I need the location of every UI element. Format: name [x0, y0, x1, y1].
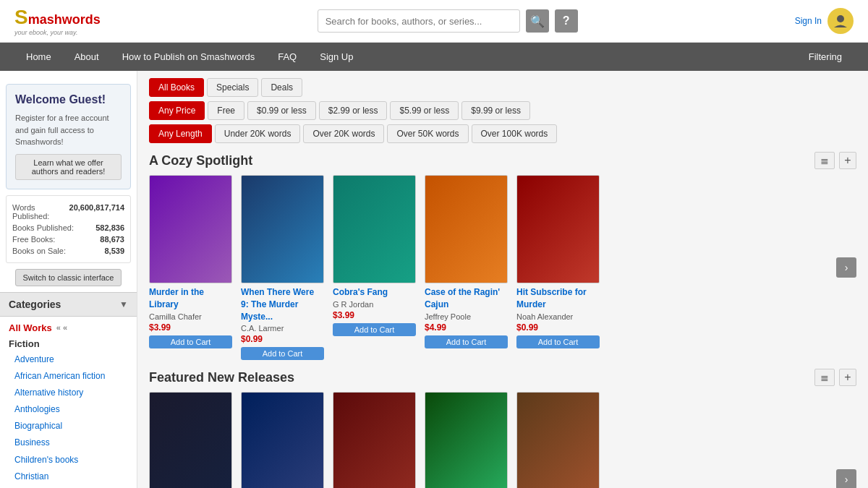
- book-title-link-4[interactable]: Hit Subscribe for Murder: [516, 286, 600, 311]
- stat-words-published: Words Published: 20,600,817,714: [12, 202, 124, 222]
- add-featured-button[interactable]: +: [839, 369, 856, 386]
- featured-book-1: Three Killer Tales Add to Cart: [241, 392, 324, 488]
- learn-button[interactable]: Learn what we offer authors and readers!: [15, 154, 122, 180]
- sidebar-item-anthologies[interactable]: Anthologies: [0, 401, 137, 418]
- section-controls-cozy: ≣ +: [814, 152, 856, 169]
- cat-section-all-works: All Works « « Fiction Adventure African …: [0, 317, 137, 489]
- stat-free-books: Free Books: 88,673: [12, 234, 124, 245]
- book-title-link-1[interactable]: When There Were 9: The Murder Myste...: [241, 286, 324, 322]
- sidebar-item-alternative-history[interactable]: Alternative history: [0, 385, 137, 401]
- stat-label-books: Books Published:: [12, 223, 74, 232]
- smashwords-logo: S mash words your ebook, your way.: [14, 6, 101, 36]
- double-chevron-icon: « «: [56, 323, 67, 332]
- logo: S mash words your ebook, your way.: [14, 6, 101, 36]
- welcome-box: Welcome Guest! Register for a free accou…: [6, 84, 131, 189]
- stat-books-sale: Books on Sale: 8,539: [12, 245, 124, 257]
- cozy-book-2: Cobra's Fang G R Jordan $3.99 Add to Car…: [333, 175, 416, 360]
- filter-over-50k[interactable]: Over 50K words: [387, 124, 468, 143]
- book-price-2: $3.99: [333, 310, 416, 320]
- add-cozy-button[interactable]: +: [839, 152, 856, 169]
- featured-book-0: Acceleration Add to Cart: [149, 392, 232, 488]
- featured-book-3: Jeanbieau and the Pumpkin Princess of Il…: [425, 392, 508, 488]
- filtering-button[interactable]: Filtering: [797, 43, 854, 71]
- book-cover-1: [241, 175, 324, 283]
- search-button[interactable]: 🔍: [526, 9, 549, 33]
- stat-label-free: Free Books:: [12, 235, 55, 244]
- nav-links-container: Home About How to Publish on Smashwords …: [14, 43, 365, 71]
- list-view-button-featured[interactable]: ≣: [814, 369, 835, 386]
- carousel-next-featured[interactable]: ›: [836, 469, 856, 488]
- filter-over-100k[interactable]: Over 100K words: [472, 124, 558, 143]
- featured-book-cover-1: [241, 392, 324, 488]
- featured-books-grid: Acceleration Add to Cart Three Killer Ta…: [149, 392, 832, 488]
- section-controls-featured: ≣ +: [814, 369, 856, 386]
- logo-words-text: words: [62, 12, 101, 27]
- list-view-button-cozy[interactable]: ≣: [814, 152, 835, 169]
- filter-under-20k[interactable]: Under 20K words: [215, 124, 301, 143]
- book-cover-3: [425, 175, 508, 283]
- filter-299[interactable]: $2.99 or less: [319, 101, 388, 120]
- nav-faq[interactable]: FAQ: [266, 43, 308, 71]
- book-title-link-3[interactable]: Case of the Ragin' Cajun: [425, 286, 508, 311]
- sign-in-link[interactable]: Sign In: [795, 16, 822, 26]
- categories-title: Categories: [9, 299, 61, 310]
- add-cart-button-4[interactable]: Add to Cart: [516, 335, 600, 348]
- all-works-label[interactable]: All Works « «: [0, 320, 137, 336]
- welcome-text: Register for a free account and gain ful…: [15, 112, 122, 148]
- price-filter-row: Any Price Free $0.99 or less $2.99 or le…: [149, 101, 856, 120]
- user-avatar[interactable]: [827, 8, 854, 34]
- filter-specials[interactable]: Specials: [207, 78, 258, 97]
- nav-home[interactable]: Home: [14, 43, 63, 71]
- filter-all-books[interactable]: All Books: [149, 78, 204, 97]
- add-cart-button-3[interactable]: Add to Cart: [425, 335, 508, 348]
- featured-releases-title: Featured New Releases: [149, 370, 294, 385]
- filter-deals[interactable]: Deals: [261, 78, 302, 97]
- featured-book-4: Magic in the Mud Show Nick Wisseman Add …: [516, 392, 600, 488]
- sidebar-item-adventure[interactable]: Adventure: [0, 351, 137, 368]
- nav-signup[interactable]: Sign Up: [308, 43, 365, 71]
- nav-about[interactable]: About: [63, 43, 111, 71]
- main-layout: Welcome Guest! Register for a free accou…: [0, 71, 868, 488]
- sidebar-item-childrens[interactable]: Children's books: [0, 452, 137, 468]
- main-content: All Books Specials Deals Any Price Free …: [137, 71, 868, 488]
- featured-releases-header: Featured New Releases ≣ +: [149, 369, 856, 386]
- help-button[interactable]: ?: [555, 9, 578, 33]
- svg-point-0: [837, 15, 844, 22]
- filter-any-length[interactable]: Any Length: [149, 124, 212, 143]
- book-title-link-0[interactable]: Murder in the Library: [149, 286, 232, 311]
- filter-any-price[interactable]: Any Price: [149, 101, 205, 120]
- filter-over-20k[interactable]: Over 20K words: [303, 124, 384, 143]
- cozy-books-grid: Murder in the Library Camilla Chafer $3.…: [149, 175, 832, 360]
- logo-tagline: your ebook, your way.: [14, 29, 101, 36]
- cozy-book-4: Hit Subscribe for Murder Noah Alexander …: [516, 175, 600, 360]
- book-cover-2: [333, 175, 416, 283]
- nav-publish[interactable]: How to Publish on Smashwords: [111, 43, 267, 71]
- stats-box: Words Published: 20,600,817,714 Books Pu…: [6, 195, 131, 263]
- filter-599[interactable]: $5.99 or less: [390, 101, 459, 120]
- search-input[interactable]: [318, 9, 520, 33]
- add-cart-button-1[interactable]: Add to Cart: [241, 347, 324, 360]
- sidebar-item-christian[interactable]: Christian: [0, 468, 137, 485]
- filter-999[interactable]: $9.99 or less: [461, 101, 530, 120]
- filter-free[interactable]: Free: [208, 101, 244, 120]
- sidebar-item-classics[interactable]: Classics: [0, 485, 137, 488]
- switch-interface-button[interactable]: Switch to classic interface: [15, 269, 122, 286]
- featured-book-cover-2: [333, 392, 416, 488]
- book-title-link-2[interactable]: Cobra's Fang: [333, 286, 416, 299]
- stat-value-sale: 8,539: [104, 247, 124, 255]
- stat-label-sale: Books on Sale:: [12, 247, 66, 255]
- book-price-4: $0.99: [516, 322, 600, 333]
- add-cart-button-2[interactable]: Add to Cart: [333, 323, 416, 336]
- categories-header[interactable]: Categories ▼: [0, 292, 137, 317]
- book-cover-4: [516, 175, 600, 283]
- filter-099[interactable]: $0.99 or less: [247, 101, 316, 120]
- sidebar-item-african-american[interactable]: African American fiction: [0, 368, 137, 385]
- welcome-title: Welcome Guest!: [15, 93, 122, 106]
- collapse-icon: ▼: [119, 299, 128, 309]
- user-icon: [833, 13, 848, 29]
- carousel-next-cozy[interactable]: ›: [836, 257, 856, 278]
- add-cart-button-0[interactable]: Add to Cart: [149, 335, 232, 348]
- sidebar-item-business[interactable]: Business: [0, 435, 137, 451]
- search-area: 🔍 ?: [318, 9, 578, 33]
- sidebar-item-biographical[interactable]: Biographical: [0, 418, 137, 435]
